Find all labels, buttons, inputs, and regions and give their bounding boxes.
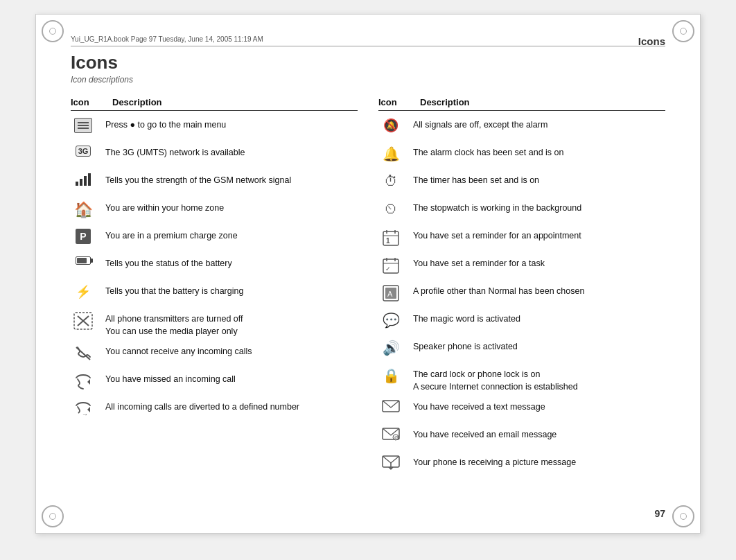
table-row: You cannot receive any incoming calls bbox=[71, 344, 358, 365]
battery-charging-icon: ⚡ bbox=[76, 284, 91, 299]
timer-icon-desc: The timer has been set and is on bbox=[413, 173, 539, 187]
battery-status-icon-desc: Tells you the status of the battery bbox=[105, 256, 232, 270]
card-lock-icon-cell: 🔒 bbox=[378, 367, 403, 384]
picture-message-icon-desc: Your phone is receiving a picture messag… bbox=[413, 455, 576, 469]
diverted-calls-icon-cell: → bbox=[71, 400, 96, 420]
table-row: P You are in a premium charge zone bbox=[71, 229, 358, 250]
missed-call-svg bbox=[73, 372, 93, 390]
content-columns: Icon Description Press ● to go to the ma… bbox=[71, 97, 665, 483]
menu-icon-cell bbox=[71, 118, 96, 133]
magic-word-icon-desc: The magic word is activated bbox=[413, 312, 520, 326]
table-row: Tells you the status of the battery bbox=[71, 256, 358, 277]
corner-decoration-tl bbox=[42, 20, 64, 42]
picture-message-svg bbox=[382, 455, 400, 471]
diverted-calls-svg: → bbox=[73, 400, 93, 418]
menu-icon-desc: Press ● to go to the main menu bbox=[105, 118, 226, 132]
table-row: ⚡ Tells you that the battery is charging bbox=[71, 284, 358, 305]
profile-other-icon-cell: A bbox=[378, 284, 403, 304]
table-row: You have missed an incoming call bbox=[71, 372, 358, 393]
table-row: Your phone is receiving a picture messag… bbox=[378, 455, 665, 476]
table-row: 🔕 All signals are off, except the alarm bbox=[378, 118, 665, 139]
email-svg: @ bbox=[382, 428, 400, 443]
home-icon-cell: 🏠 bbox=[71, 201, 96, 219]
page-title-right: Icons bbox=[638, 35, 665, 47]
left-col-icon-header: Icon bbox=[71, 97, 98, 107]
task-reminder-icon: ✓ bbox=[382, 256, 400, 277]
stopwatch-icon-desc: The stopwatch is working in the backgrou… bbox=[413, 201, 581, 215]
svg-text:✓: ✓ bbox=[385, 265, 391, 272]
battery-charging-icon-desc: Tells you that the battery is charging bbox=[105, 284, 243, 298]
card-lock-icon-desc: The card lock or phone lock is onA secur… bbox=[413, 367, 578, 393]
page: Yui_UG_R1A.book Page 97 Tuesday, June 14… bbox=[35, 14, 701, 534]
no-incoming-icon bbox=[73, 344, 93, 365]
email-message-icon: @ bbox=[382, 428, 400, 445]
diverted-calls-icon: → bbox=[73, 400, 93, 420]
table-row: @ You have received an email message bbox=[378, 428, 665, 448]
table-row: All phone transmitters are turned offYou… bbox=[71, 312, 358, 338]
menu-icon bbox=[74, 118, 92, 133]
picture-message-icon bbox=[382, 455, 400, 473]
timer-icon: ⏱ bbox=[384, 173, 398, 189]
appointment-svg: 1 bbox=[382, 229, 400, 247]
battery-status-icon-cell bbox=[71, 256, 96, 265]
magic-word-icon-cell: 💬 bbox=[378, 312, 403, 329]
svg-text:@: @ bbox=[394, 435, 399, 440]
3g-icon: 3G bbox=[76, 146, 91, 157]
table-row: 3G The 3G (UMTS) network is available bbox=[71, 146, 358, 166]
3g-icon-desc: The 3G (UMTS) network is available bbox=[105, 146, 245, 159]
missed-call-icon-cell bbox=[71, 372, 96, 392]
table-row: ✓ You have set a reminder for a task bbox=[378, 256, 665, 277]
left-col-desc-header: Description bbox=[112, 97, 162, 107]
svg-text:→: → bbox=[82, 411, 88, 418]
left-table-header: Icon Description bbox=[71, 97, 358, 111]
page-number: 97 bbox=[654, 508, 665, 519]
card-lock-icon: 🔒 bbox=[383, 367, 400, 384]
appointment-reminder-icon: 1 bbox=[382, 229, 400, 249]
corner-decoration-bl bbox=[42, 505, 64, 527]
home-icon: 🏠 bbox=[74, 201, 93, 219]
right-table-header: Icon Description bbox=[378, 97, 665, 111]
task-reminder-icon-cell: ✓ bbox=[378, 256, 403, 277]
no-incoming-icon-cell bbox=[71, 344, 96, 365]
svg-text:1: 1 bbox=[386, 237, 390, 245]
table-row: ⏱ The timer has been set and is on bbox=[378, 173, 665, 194]
appointment-reminder-icon-cell: 1 bbox=[378, 229, 403, 249]
missed-call-icon bbox=[73, 372, 93, 392]
profile-svg: A bbox=[382, 284, 400, 302]
speaker-phone-icon: 🔊 bbox=[383, 340, 400, 356]
table-row: → All incoming calls are diverted to a d… bbox=[71, 400, 358, 421]
signals-off-icon-cell: 🔕 bbox=[378, 118, 403, 133]
signal-bars-icon-cell bbox=[71, 173, 96, 186]
transmitters-off-svg bbox=[73, 312, 93, 330]
email-message-icon-desc: You have received an email message bbox=[413, 428, 557, 441]
signal-bars-icon bbox=[76, 173, 91, 186]
diverted-calls-icon-desc: All incoming calls are diverted to a def… bbox=[105, 400, 299, 414]
premium-p-icon-desc: You are in a premium charge zone bbox=[105, 229, 238, 243]
picture-message-icon-cell bbox=[378, 455, 403, 473]
table-row: You have received a text message bbox=[378, 400, 665, 421]
profile-other-icon: A bbox=[382, 284, 400, 304]
timer-icon-cell: ⏱ bbox=[378, 173, 403, 189]
table-row: 💬 The magic word is activated bbox=[378, 312, 665, 333]
signals-off-icon: 🔕 bbox=[383, 118, 398, 133]
alarm-clock-icon-desc: The alarm clock has been set and is on bbox=[413, 146, 563, 159]
battery-charging-icon-cell: ⚡ bbox=[71, 284, 96, 299]
right-col-desc-header: Description bbox=[420, 97, 470, 107]
3g-icon-cell: 3G bbox=[71, 146, 96, 157]
no-incoming-icon-desc: You cannot receive any incoming calls bbox=[105, 344, 252, 358]
left-column: Icon Description Press ● to go to the ma… bbox=[71, 97, 358, 483]
stopwatch-icon-cell: ⏲ bbox=[378, 201, 403, 217]
transmitters-off-icon-desc: All phone transmitters are turned offYou… bbox=[105, 312, 243, 338]
section-title: Icons bbox=[71, 52, 665, 73]
corner-decoration-tr bbox=[672, 20, 694, 42]
signal-bars-icon-desc: Tells you the strength of the GSM networ… bbox=[105, 173, 291, 187]
table-row: Press ● to go to the main menu bbox=[71, 118, 358, 139]
alarm-clock-icon-cell: 🔔 bbox=[378, 146, 403, 162]
speaker-phone-icon-desc: Speaker phone is activated bbox=[413, 340, 518, 353]
text-message-svg bbox=[382, 400, 400, 415]
text-message-icon-cell bbox=[378, 400, 403, 417]
task-reminder-icon-desc: You have set a reminder for a task bbox=[413, 256, 545, 270]
home-icon-desc: You are within your home zone bbox=[105, 201, 224, 215]
section-subtitle: Icon descriptions bbox=[71, 75, 665, 85]
table-row: 1 You have set a reminder for an appoint… bbox=[378, 229, 665, 250]
